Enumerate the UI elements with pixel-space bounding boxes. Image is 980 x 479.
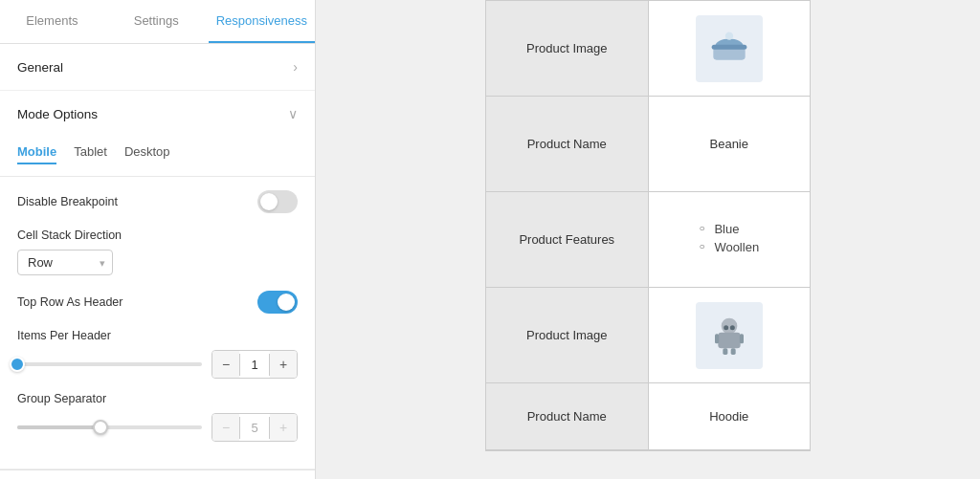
product-table: Product Image Product Name Beanie xyxy=(485,0,811,451)
tab-responsiveness[interactable]: Responsiveness xyxy=(209,0,315,43)
top-row-header-label: Top Row As Header xyxy=(17,295,122,309)
cell-stack-direction-select[interactable]: Row Column xyxy=(17,250,113,275)
general-chevron-icon: › xyxy=(293,59,298,75)
top-row-header-row: Top Row As Header xyxy=(17,291,298,314)
beanie-image-container xyxy=(696,15,763,82)
group-separator-controls: − 5 + xyxy=(17,413,298,442)
table-row: Product Image xyxy=(486,288,810,383)
svg-point-6 xyxy=(730,325,735,330)
right-panel: Product Image Product Name Beanie xyxy=(316,0,980,479)
cell-label-product-name-1: Product Name xyxy=(486,97,649,191)
items-per-header-row: Items Per Header − 1 + xyxy=(17,329,298,379)
cell-value-product-name-2: Hoodie xyxy=(649,383,811,449)
beanie-icon xyxy=(705,25,753,73)
panel-body: General › Mode Options ∨ Mobile Tablet D… xyxy=(0,44,315,479)
group-separator-fill xyxy=(17,425,100,429)
cell-label-product-name-2: Product Name xyxy=(486,383,649,449)
cell-label-product-features: Product Features xyxy=(486,192,649,287)
tab-settings[interactable]: Settings xyxy=(104,0,209,43)
svg-point-5 xyxy=(724,325,728,330)
cell-label-product-image-2: Product Image xyxy=(486,288,649,382)
svg-rect-7 xyxy=(723,348,727,355)
table-row: Product Image xyxy=(486,1,810,97)
robot-image-container xyxy=(696,302,763,369)
tab-bar: Elements Settings Responsiveness xyxy=(0,0,315,44)
group-separator-track[interactable] xyxy=(17,425,202,429)
svg-point-2 xyxy=(725,32,733,39)
top-row-header-toggle[interactable] xyxy=(257,291,298,314)
items-per-header-thumb[interactable] xyxy=(10,357,25,372)
group-separator-row: Group Separator − 5 + xyxy=(17,392,298,442)
device-tab-mobile[interactable]: Mobile xyxy=(17,144,56,164)
cell-value-product-features: Blue Woollen xyxy=(649,192,811,287)
cell-stack-direction-row: Cell Stack Direction Row Column ▾ xyxy=(17,229,298,275)
cell-value-product-image-1 xyxy=(649,1,811,96)
cell-stack-direction-select-wrapper: Row Column ▾ xyxy=(17,250,113,275)
left-panel: Elements Settings Responsiveness General… xyxy=(0,0,316,479)
disable-breakpoint-row: Disable Breakpoint xyxy=(17,190,298,213)
items-per-header-label: Items Per Header xyxy=(17,329,298,342)
svg-rect-8 xyxy=(730,348,735,355)
table-row: Product Features Blue Woollen xyxy=(486,192,810,288)
cell-label-product-image-1: Product Image xyxy=(486,1,649,96)
items-per-header-track[interactable] xyxy=(17,362,202,366)
table-row: Product Name Beanie xyxy=(486,97,810,192)
disable-breakpoint-toggle[interactable] xyxy=(257,190,298,213)
svg-rect-9 xyxy=(715,334,719,343)
device-tabs: Mobile Tablet Desktop xyxy=(0,137,315,177)
svg-rect-10 xyxy=(740,334,744,343)
items-per-header-stepper: − 1 + xyxy=(212,350,298,379)
group-separator-stepper: − 5 + xyxy=(212,413,298,442)
tab-elements[interactable]: Elements xyxy=(0,0,104,43)
device-tab-desktop[interactable]: Desktop xyxy=(124,144,170,164)
group-separator-label: Group Separator xyxy=(17,392,298,405)
list-item: Blue xyxy=(699,222,759,236)
responsive-settings-section[interactable]: Responsive Settings › xyxy=(0,469,315,479)
mode-options-chevron-icon: ∨ xyxy=(288,106,298,121)
cell-stack-direction-label: Cell Stack Direction xyxy=(17,229,122,242)
group-separator-increment[interactable]: + xyxy=(270,414,297,441)
robot-icon xyxy=(705,312,753,359)
mode-options-section: Mode Options ∨ Mobile Tablet Desktop Dis… xyxy=(0,91,315,469)
general-label: General xyxy=(17,60,63,75)
group-separator-value: 5 xyxy=(239,417,270,439)
cell-value-product-image-2 xyxy=(649,288,811,382)
items-per-header-decrement[interactable]: − xyxy=(212,351,239,378)
group-separator-decrement[interactable]: − xyxy=(212,414,239,441)
table-row: Product Name Hoodie xyxy=(486,383,810,450)
svg-rect-1 xyxy=(711,44,746,49)
items-per-header-increment[interactable]: + xyxy=(270,351,297,378)
mode-options-header[interactable]: Mode Options ∨ xyxy=(0,91,315,137)
mode-options-label: Mode Options xyxy=(17,107,98,121)
items-per-header-controls: − 1 + xyxy=(17,350,298,379)
svg-rect-4 xyxy=(718,332,740,348)
features-list: Blue Woollen xyxy=(699,222,759,258)
settings-area: Disable Breakpoint Cell Stack Direction … xyxy=(0,177,315,468)
device-tab-tablet[interactable]: Tablet xyxy=(74,144,107,164)
group-separator-thumb[interactable] xyxy=(93,420,108,435)
cell-value-product-name-1: Beanie xyxy=(649,97,811,191)
svg-point-3 xyxy=(721,317,737,334)
disable-breakpoint-label: Disable Breakpoint xyxy=(17,195,118,208)
list-item: Woollen xyxy=(699,240,759,254)
items-per-header-value: 1 xyxy=(239,354,270,376)
general-section[interactable]: General › xyxy=(0,44,315,91)
